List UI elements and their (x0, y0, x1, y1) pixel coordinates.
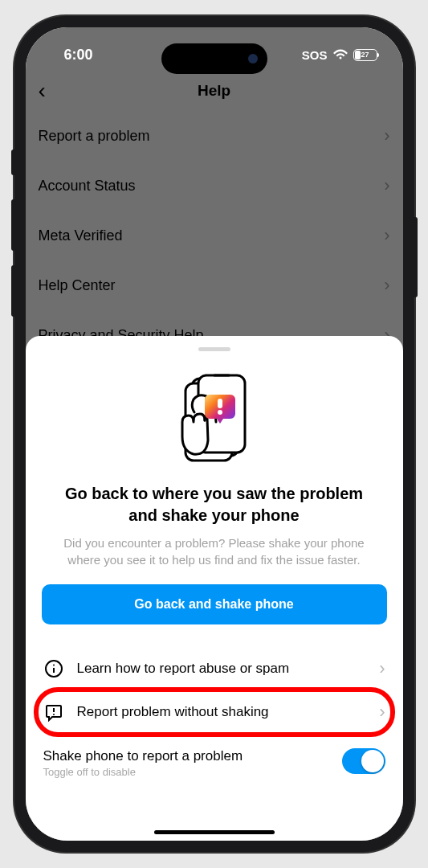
go-back-shake-button[interactable]: Go back and shake phone (42, 584, 387, 624)
report-without-shaking-row[interactable]: Report problem without shaking › (42, 690, 387, 734)
sos-indicator: SOS (302, 48, 328, 62)
option-label: Learn how to report abuse or spam (77, 661, 367, 677)
back-button[interactable]: ‹ (39, 78, 46, 104)
list-item[interactable]: Meta Verified› (39, 211, 390, 260)
header-bar: ‹ Help (26, 71, 403, 111)
chevron-right-icon: › (379, 702, 385, 723)
shake-toggle-row: Shake phone to report a problem Toggle o… (42, 734, 387, 778)
alert-bubble-icon (43, 702, 64, 723)
dynamic-island (161, 43, 267, 74)
chevron-right-icon: › (384, 175, 389, 196)
bottom-sheet: Go back to where you saw the problem and… (26, 336, 403, 841)
sheet-subtitle: Did you encounter a problem? Please shak… (42, 526, 387, 584)
battery-icon: 27 (353, 49, 377, 61)
list-item[interactable]: Account Status› (39, 161, 390, 211)
option-label: Report problem without shaking (77, 704, 367, 720)
home-indicator[interactable] (154, 830, 275, 834)
learn-report-abuse-row[interactable]: Learn how to report abuse or spam › (42, 647, 387, 690)
sheet-title: Go back to where you saw the problem and… (42, 483, 387, 526)
page-title: Help (198, 82, 230, 100)
shake-toggle-switch[interactable] (342, 748, 385, 774)
status-time: 6:00 (64, 47, 93, 63)
svg-point-8 (53, 665, 55, 666)
toggle-subtitle: Toggle off to disable (43, 766, 243, 778)
wifi-icon (333, 49, 348, 60)
chevron-right-icon: › (384, 225, 389, 246)
svg-point-10 (53, 714, 55, 715)
sheet-grabber[interactable] (198, 347, 230, 351)
shake-phone-illustration (158, 372, 271, 469)
svg-point-5 (218, 410, 222, 415)
chevron-right-icon: › (379, 658, 385, 679)
help-menu-list: Report a problem› Account Status› Meta V… (26, 111, 403, 360)
list-item[interactable]: Report a problem› (39, 111, 390, 161)
toggle-title: Shake phone to report a problem (43, 748, 243, 764)
chevron-right-icon: › (384, 125, 389, 146)
chevron-right-icon: › (384, 275, 389, 296)
list-item[interactable]: Help Center› (39, 260, 390, 310)
info-icon (43, 658, 64, 679)
svg-rect-4 (218, 399, 222, 408)
